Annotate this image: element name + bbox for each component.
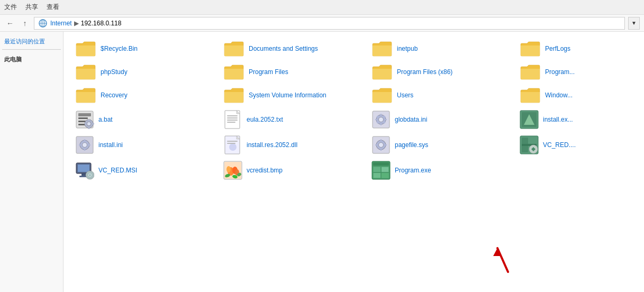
menu-file[interactable]: 文件 <box>4 3 17 12</box>
ini-icon <box>75 135 94 154</box>
svg-rect-51 <box>384 144 387 146</box>
address-dropdown[interactable]: ▼ <box>628 17 640 30</box>
folder-icon <box>223 87 244 104</box>
file-vcredist-bmp[interactable]: vcredist.bmp <box>220 159 368 182</box>
svg-rect-37 <box>84 139 86 142</box>
svg-rect-40 <box>88 144 90 146</box>
folder-program[interactable]: Program... <box>516 61 644 83</box>
file-globdata-ini[interactable]: globdata.ini <box>368 108 516 131</box>
folder-icon <box>520 40 541 57</box>
svg-point-10 <box>87 122 91 126</box>
svg-rect-26 <box>384 119 387 121</box>
file-name: vcredist.bmp <box>247 167 283 174</box>
svg-rect-17 <box>227 117 238 118</box>
folder-users[interactable]: Users <box>368 85 516 106</box>
folder-perflogs[interactable]: PerfLogs <box>516 38 644 59</box>
svg-point-42 <box>229 143 237 151</box>
svg-point-22 <box>379 117 384 122</box>
file-a-bat[interactable]: a.bat <box>72 108 220 131</box>
folder-phpstudy[interactable]: phpStudy <box>72 61 220 83</box>
file-eula-txt[interactable]: eula.2052.txt <box>220 108 368 131</box>
svg-rect-58 <box>81 174 86 176</box>
exe-icon <box>520 110 539 129</box>
file-name: globdata.ini <box>395 116 427 123</box>
sidebar-recent[interactable]: 最近访问的位置 <box>2 36 61 47</box>
folder-inetpub[interactable]: inetpub <box>368 38 516 59</box>
gear-icon <box>371 110 391 129</box>
sys-icon <box>371 135 391 154</box>
svg-rect-38 <box>84 148 86 151</box>
svg-rect-44 <box>227 143 235 144</box>
svg-rect-39 <box>79 144 81 146</box>
folder-name: Program... <box>545 68 575 76</box>
svg-rect-80 <box>382 173 388 178</box>
svg-rect-49 <box>380 148 382 151</box>
arrow-annotation <box>492 238 524 276</box>
folder-system-volume[interactable]: System Volume Information <box>220 85 368 106</box>
folder-recovery[interactable]: Recovery <box>72 85 220 106</box>
folder-documents-settings[interactable]: Documents and Settings <box>220 38 368 59</box>
svg-point-62 <box>89 175 91 176</box>
program-exe-icon <box>371 161 391 180</box>
file-name: install.ex... <box>543 116 573 123</box>
menu-share[interactable]: 共享 <box>25 3 38 12</box>
svg-rect-6 <box>78 117 88 119</box>
folder-icon <box>371 40 393 57</box>
file-pagefile-sys[interactable]: pagefile.sys <box>368 133 516 157</box>
svg-rect-77 <box>374 167 380 172</box>
svg-rect-12 <box>88 127 90 129</box>
file-install-dll[interactable]: install.res.2052.dll <box>220 133 368 157</box>
svg-rect-13 <box>85 123 87 125</box>
file-name: Program.exe <box>395 167 431 174</box>
file-install-exe[interactable]: install.ex... <box>516 108 644 131</box>
svg-rect-79 <box>374 173 380 178</box>
sidebar-computer[interactable]: 此电脑 <box>2 54 61 65</box>
folder-program-files[interactable]: Program Files <box>220 61 368 83</box>
svg-rect-57 <box>78 165 89 172</box>
dll-icon <box>223 135 242 154</box>
file-install-ini[interactable]: install.ini <box>72 133 220 157</box>
content-area: $Recycle.Bin Documents and Settings inet… <box>64 32 644 292</box>
address-path[interactable]: Internet ▶ 192.168.0.118 <box>34 17 625 30</box>
folder-icon <box>75 40 96 57</box>
menu-view[interactable]: 查看 <box>47 3 59 12</box>
sidebar: 最近访问的位置 此电脑 <box>0 32 64 292</box>
folder-name: Recovery <box>101 92 128 99</box>
folder-name: System Volume Information <box>249 92 326 99</box>
svg-rect-78 <box>382 167 388 172</box>
file-vcred-small[interactable]: VC_RED.... <box>516 133 644 157</box>
svg-rect-23 <box>380 114 382 116</box>
file-name: install.ini <box>98 141 123 149</box>
folder-program-files-x86[interactable]: Program Files (x86) <box>368 61 516 83</box>
svg-point-67 <box>226 166 231 172</box>
file-name: eula.2052.txt <box>247 116 283 123</box>
svg-rect-18 <box>227 120 238 121</box>
folder-name: Program Files <box>249 68 288 76</box>
svg-rect-16 <box>227 115 238 116</box>
folder-icon <box>520 87 541 104</box>
svg-rect-50 <box>375 144 378 146</box>
svg-point-36 <box>83 143 87 148</box>
msi-icon <box>75 161 94 180</box>
file-name: VC_RED.MSI <box>98 167 137 174</box>
path-internet: Internet <box>50 20 72 27</box>
vc-icon <box>520 135 539 154</box>
file-program-exe[interactable]: Program.exe <box>368 159 516 182</box>
folder-windows[interactable]: Window... <box>516 85 644 106</box>
folder-name: inetpub <box>397 45 418 52</box>
file-name: pagefile.sys <box>395 141 428 149</box>
back-button[interactable]: ← <box>4 17 16 29</box>
folder-icon <box>371 87 393 104</box>
svg-marker-82 <box>493 248 502 256</box>
up-button[interactable]: ↑ <box>19 17 31 29</box>
file-grid: $Recycle.Bin Documents and Settings inet… <box>72 38 636 184</box>
menu-bar: 文件 共享 查看 <box>0 0 644 15</box>
file-vcred-msi[interactable]: VC_RED.MSI <box>72 159 220 182</box>
folder-icon <box>223 63 244 80</box>
folder-name: phpStudy <box>101 68 128 76</box>
folder-recycle-bin[interactable]: $Recycle.Bin <box>72 38 220 59</box>
address-bar: ← ↑ Internet ▶ 192.168.0.118 ▼ <box>0 15 644 32</box>
svg-rect-5 <box>78 113 91 116</box>
txt-icon <box>223 110 242 129</box>
svg-rect-19 <box>227 122 235 123</box>
